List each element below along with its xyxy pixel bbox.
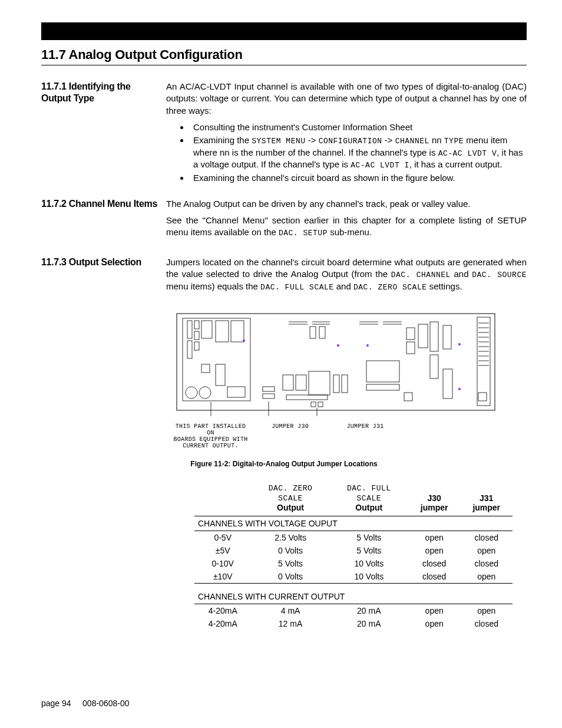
svg-rect-23 <box>342 375 348 393</box>
svg-rect-30 <box>319 327 325 338</box>
cell: closed <box>408 570 461 584</box>
circuit-board-diagram <box>171 310 501 422</box>
table-row: ±5V0 Volts5 Voltsopenopen <box>194 544 513 557</box>
cell: open <box>408 617 461 630</box>
svg-rect-40 <box>366 384 399 390</box>
cell: closed <box>460 557 513 570</box>
install-note: BOARDS EQUIPPED WITH <box>173 436 247 443</box>
subsection-11-7-2: 11.7.2 Channel Menu Items The Analog Out… <box>41 198 527 243</box>
page: 11.7 Analog Output Configuration 11.7.1 … <box>0 0 562 728</box>
subsection-11-7-1: 11.7.1 Identifying the Output Type An AC… <box>41 81 527 185</box>
cell: 5 Volts <box>330 544 408 557</box>
figure-caption: Figure 11-2: Digital-to-Analog Output Ju… <box>41 460 527 468</box>
cell: 0-10V <box>194 557 251 570</box>
cell: closed <box>408 557 461 570</box>
svg-point-15 <box>243 340 245 342</box>
table-row: 0-5V2.5 Volts5 Voltsopenclosed <box>194 531 513 545</box>
col-header: DAC. ZERO SCALE <box>269 484 313 503</box>
svg-rect-45 <box>430 322 438 351</box>
svg-rect-52 <box>477 317 490 406</box>
svg-rect-33 <box>318 402 323 407</box>
cell: 0-5V <box>194 531 251 545</box>
paragraph: The Analog Output can be driven by any c… <box>166 198 527 210</box>
svg-rect-43 <box>418 324 428 348</box>
col-header: jumper <box>421 503 448 512</box>
section-title: 11.7 Analog Output Configuration <box>41 47 527 65</box>
page-footer: page 94 008-0608-00 <box>41 699 129 708</box>
svg-rect-42 <box>406 342 415 354</box>
svg-rect-46 <box>430 355 438 378</box>
col-header: J31 <box>480 493 493 503</box>
cell: 10 Volts <box>330 557 408 570</box>
jumper-j31-label: JUMPER J31 <box>330 423 401 449</box>
svg-rect-17 <box>263 394 275 398</box>
doc-number: 008-0608-00 <box>82 699 129 708</box>
cell: 20 mA <box>330 617 408 630</box>
cell: 5 Volts <box>330 531 408 545</box>
cell: open <box>408 604 461 618</box>
paragraph: See the "Channel Menu" section earlier i… <box>166 215 527 239</box>
col-header: J30 <box>427 493 441 503</box>
svg-rect-5 <box>194 331 199 340</box>
col-header: jumper <box>472 503 500 512</box>
table-row: 4-20mA12 mA20 mAopenclosed <box>194 617 513 630</box>
cell: open <box>460 604 513 618</box>
install-note: THIS PART INSTALLED ON <box>176 423 246 436</box>
cell: 20 mA <box>330 604 408 618</box>
cell: open <box>408 531 461 545</box>
svg-rect-20 <box>296 375 306 390</box>
cell: closed <box>460 617 513 630</box>
cell: closed <box>460 531 513 545</box>
cell: 2.5 Volts <box>251 531 329 545</box>
svg-rect-32 <box>311 402 316 407</box>
svg-point-50 <box>458 388 461 390</box>
svg-rect-14 <box>227 387 245 397</box>
cell: open <box>460 544 513 557</box>
svg-rect-21 <box>309 371 330 395</box>
svg-rect-39 <box>366 361 399 382</box>
table-row: 0-10V5 Volts10 Voltsclosedclosed <box>194 557 513 570</box>
bullet: Examining the channel's circuit board as… <box>190 172 527 184</box>
cell: 5 Volts <box>251 557 329 570</box>
svg-rect-1 <box>183 318 250 401</box>
col-header: DAC. FULL SCALE <box>347 484 391 503</box>
col-header: Output <box>277 503 304 512</box>
cell: 4-20mA <box>194 617 251 630</box>
subsection-heading: 11.7.1 Identifying the Output Type <box>41 81 159 104</box>
table-section-header: CHANNELS WITH VOLTAGE OUPUT <box>194 516 513 531</box>
col-header: Output <box>355 503 382 512</box>
svg-rect-47 <box>443 325 451 349</box>
cell: open <box>408 544 461 557</box>
cell: ±5V <box>194 544 251 557</box>
svg-point-31 <box>337 344 339 347</box>
jumper-j30-label: JUMPER J30 <box>250 423 330 449</box>
subsection-11-7-3: 11.7.3 Output Selection Jumpers located … <box>41 256 527 297</box>
svg-rect-2 <box>187 321 192 338</box>
svg-rect-24 <box>286 395 328 400</box>
svg-rect-9 <box>231 321 244 342</box>
table-row: ±10V0 Volts10 Voltsclosedopen <box>194 570 513 584</box>
svg-rect-51 <box>404 393 412 401</box>
figure-11-2: THIS PART INSTALLED ON BOARDS EQUIPPED W… <box>171 310 501 449</box>
svg-rect-7 <box>201 321 212 338</box>
bullet: Consulting the instrument's Customer Inf… <box>190 121 527 133</box>
svg-rect-6 <box>194 342 199 350</box>
table-row: 4-20mA4 mA20 mAopenopen <box>194 604 513 618</box>
table-section-header: CHANNELS WITH CURRENT OUTPUT <box>194 584 513 604</box>
diagram-labels: THIS PART INSTALLED ON BOARDS EQUIPPED W… <box>171 423 501 449</box>
svg-rect-22 <box>333 375 339 393</box>
bullet-list: Consulting the instrument's Customer Inf… <box>166 121 527 184</box>
svg-rect-10 <box>201 364 210 373</box>
svg-rect-3 <box>187 341 192 358</box>
cell: 0 Volts <box>251 544 329 557</box>
svg-rect-16 <box>263 387 275 391</box>
subsection-heading: 11.7.2 Channel Menu Items <box>41 198 159 210</box>
svg-rect-4 <box>194 321 199 329</box>
svg-rect-8 <box>216 321 229 342</box>
cell: 12 mA <box>251 617 329 630</box>
header-black-bar <box>41 22 527 40</box>
svg-rect-48 <box>443 369 452 398</box>
svg-point-49 <box>458 343 461 345</box>
cell: open <box>460 570 513 584</box>
svg-point-44 <box>366 344 369 347</box>
